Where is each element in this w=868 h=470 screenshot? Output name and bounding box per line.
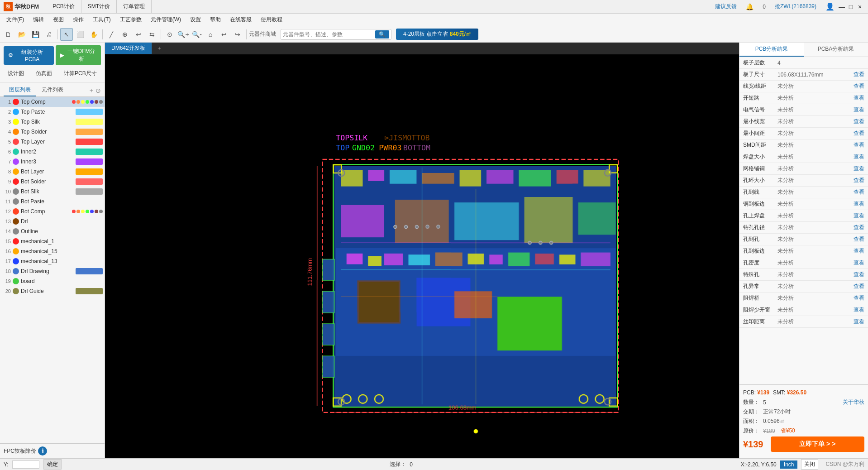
tb-zoom-out[interactable]: 🔍- xyxy=(191,28,203,41)
layer-row[interactable]: 20 Drl Guide xyxy=(0,286,105,296)
layer-row[interactable]: 17 mechanical_13 xyxy=(0,256,105,266)
layer-row[interactable]: 10 Bot Silk xyxy=(0,187,105,197)
layer-row[interactable]: 18 Drl Drawing xyxy=(0,266,105,276)
analysis-item-link[interactable]: 查看 xyxy=(854,235,868,243)
layer-row[interactable]: 19 board xyxy=(0,276,105,286)
canvas-tab-dm642[interactable]: DM642开发板 xyxy=(105,43,152,54)
layer-row[interactable]: 2 Top Paste xyxy=(0,107,105,117)
analysis-item-link[interactable]: 查看 xyxy=(854,177,868,184)
search-button[interactable]: 🔍 xyxy=(375,30,389,38)
organize-pcba-button[interactable]: ⚙ 组装分析 PCBA xyxy=(4,46,54,65)
simulate-button[interactable]: 仿真面 xyxy=(32,68,56,79)
analysis-item-link[interactable]: 查看 xyxy=(854,306,868,314)
layer-row[interactable]: 4 Top Solder xyxy=(0,127,105,137)
huaqiu-link[interactable]: 关于华秋 xyxy=(843,398,864,406)
tb-zoom-fit[interactable]: ⊙ xyxy=(163,28,176,41)
layer-row[interactable]: 3 Top Silk xyxy=(0,117,105,127)
maximize-button[interactable]: □ xyxy=(846,2,855,11)
layer-row[interactable]: 9 Bot Solder xyxy=(0,177,105,187)
menu-tutorial[interactable]: 使用教程 xyxy=(256,14,287,25)
analysis-item-link[interactable]: 查看 xyxy=(854,200,868,208)
layer-row[interactable]: 1 Top Comp xyxy=(0,97,105,107)
layer-row[interactable]: 15 mechanical_1 xyxy=(0,236,105,246)
layer-row[interactable]: 12 Bot Comp xyxy=(0,206,105,216)
notification-icon[interactable]: 🔔 xyxy=(743,2,756,11)
tb-cursor[interactable]: ↖ xyxy=(60,28,73,41)
layer-row[interactable]: 14 Outline xyxy=(0,226,105,236)
analysis-item-link[interactable]: 查看 xyxy=(854,165,868,173)
tb-move[interactable]: ⊕ xyxy=(119,28,131,41)
confirm-button[interactable]: 确定 xyxy=(43,459,62,470)
layer-row[interactable]: 8 Bot Layer xyxy=(0,167,105,177)
tb-home[interactable]: ⌂ xyxy=(204,28,217,41)
canvas-tab-add[interactable]: ＋ xyxy=(152,43,167,54)
analysis-item-link[interactable]: 查看 xyxy=(854,247,868,255)
analysis-item-link[interactable]: 查看 xyxy=(854,318,868,326)
tab-components[interactable]: 元件列表 xyxy=(36,84,69,96)
unit-button[interactable]: Inch xyxy=(780,460,798,469)
minimize-button[interactable]: — xyxy=(837,2,846,11)
analysis-item-link[interactable]: 查看 xyxy=(854,129,868,137)
title-tab-smt[interactable]: SMT计价 xyxy=(81,0,117,14)
tb-zoom-in[interactable]: 🔍+ xyxy=(177,28,190,41)
order-now-button[interactable]: 立即下单 > > xyxy=(771,436,865,452)
tb-open[interactable]: 📂 xyxy=(15,28,28,41)
tb-mirror[interactable]: ⇆ xyxy=(146,28,158,41)
tab-layers[interactable]: 图层列表 xyxy=(4,84,36,96)
analysis-item-link[interactable]: 查看 xyxy=(854,259,868,267)
layer-row[interactable]: 7 Inner3 xyxy=(0,157,105,167)
fpc-info-button[interactable]: ℹ xyxy=(38,446,47,456)
tb-pan[interactable]: ✋ xyxy=(87,28,100,41)
analysis-item-link[interactable]: 查看 xyxy=(854,224,868,231)
tb-route[interactable]: ╱ xyxy=(105,28,118,41)
tb-redo[interactable]: ↪ xyxy=(231,28,244,41)
tb-rotate[interactable]: ↩ xyxy=(132,28,145,41)
layer-settings-icon[interactable]: ⊙ xyxy=(95,87,101,94)
tb-new[interactable]: 🗋 xyxy=(2,28,14,41)
layer-row[interactable]: 16 mechanical_15 xyxy=(0,246,105,256)
pcb-canvas[interactable]: TOPSILK ⊳JISMOTTOB TOP GND02 PWR03 BOTTO… xyxy=(105,54,739,458)
calc-pcb-button[interactable]: 计算PCB尺寸 xyxy=(60,68,101,79)
title-tab-pcb[interactable]: PCB计价 xyxy=(46,0,81,14)
search-input[interactable] xyxy=(283,31,373,38)
layer-row[interactable]: 6 Inner2 xyxy=(0,147,105,157)
design-view-button[interactable]: 设计图 xyxy=(4,68,28,79)
menu-edit[interactable]: 编辑 xyxy=(29,14,48,25)
tb-undo[interactable]: ↩ xyxy=(218,28,230,41)
user-icon[interactable]: 👤 xyxy=(823,1,837,12)
layer-row[interactable]: 11 Bot Paste xyxy=(0,197,105,206)
tb-save[interactable]: 💾 xyxy=(29,28,42,41)
title-tab-orders[interactable]: 订单管理 xyxy=(117,0,152,14)
analysis-item-link[interactable]: 查看 xyxy=(854,271,868,278)
tab-pcb-analysis[interactable]: PCB分析结果 xyxy=(739,43,804,57)
menu-tools[interactable]: 工具(T) xyxy=(88,14,115,25)
add-layer-icon[interactable]: ＋ xyxy=(88,86,95,95)
menu-file[interactable]: 文件(F) xyxy=(2,14,29,25)
analysis-item-link[interactable]: 查看 xyxy=(854,294,868,302)
analysis-item-link[interactable]: 查看 xyxy=(854,212,868,220)
menu-process[interactable]: 工艺参数 xyxy=(115,14,146,25)
menu-components[interactable]: 元件管理(W) xyxy=(146,14,186,25)
close-dropdown[interactable]: 关闭 xyxy=(801,459,818,470)
analysis-item-link[interactable]: 查看 xyxy=(854,188,868,196)
layer-row[interactable]: 5 Top Layer xyxy=(0,137,105,147)
analysis-item-link[interactable]: 查看 xyxy=(854,106,868,114)
one-click-dfm-button[interactable]: ▶ 一键DFM分析 xyxy=(56,45,101,65)
analysis-item-link[interactable]: 查看 xyxy=(854,141,868,149)
board-size-link[interactable]: 查看 xyxy=(854,71,868,78)
analysis-item-link[interactable]: 查看 xyxy=(854,118,868,125)
analysis-item-link[interactable]: 查看 xyxy=(854,283,868,290)
close-button[interactable]: × xyxy=(855,2,864,11)
ad-banner[interactable]: 4-20层板 点击立省 840元/㎡ xyxy=(396,29,478,40)
y-input[interactable] xyxy=(12,460,39,469)
menu-view[interactable]: 视图 xyxy=(48,14,68,25)
menu-support[interactable]: 在线客服 xyxy=(225,14,256,25)
menu-operate[interactable]: 操作 xyxy=(68,14,88,25)
component-search[interactable]: 🔍 xyxy=(281,29,391,40)
user-link[interactable]: 抢ZWL(2166839) xyxy=(772,2,819,11)
menu-settings[interactable]: 设置 xyxy=(186,14,205,25)
tb-print[interactable]: 🖨 xyxy=(43,28,55,41)
tab-pcba-analysis[interactable]: PCBA分析结果 xyxy=(804,43,868,57)
tb-select[interactable]: ⬜ xyxy=(74,28,86,41)
layer-row[interactable]: 13 Drl xyxy=(0,216,105,226)
